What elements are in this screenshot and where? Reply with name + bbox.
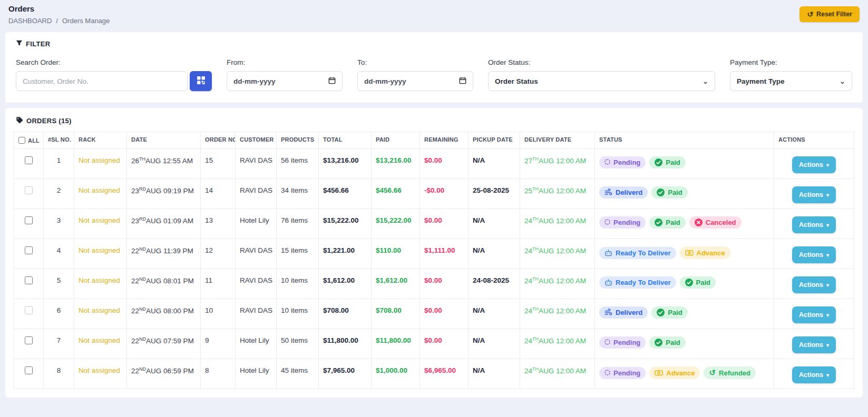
- check-circle-icon: [657, 309, 665, 316]
- refund-icon: ↺: [709, 369, 716, 377]
- rack-cell: Not assigned: [74, 149, 127, 179]
- date-cell: 22NDAUG 06:59 PM: [127, 359, 201, 389]
- header-paid: PAID: [372, 132, 420, 149]
- table-row: 3Not assigned23RDAUG 01:09 AM13Hotel Lil…: [14, 209, 854, 239]
- remaining-cell: -$0.00: [420, 179, 469, 209]
- remaining-cell: $0.00: [420, 329, 469, 359]
- pickup-date-cell: 24-08-2025: [469, 269, 520, 299]
- sl-no-cell: 4: [44, 239, 74, 269]
- paid-cell: $1,612.00: [372, 269, 420, 299]
- from-date-input[interactable]: dd-mm-yyyy: [227, 71, 343, 91]
- pickup-date-cell: 25-08-2025: [469, 179, 520, 209]
- wind-icon: [604, 309, 612, 316]
- actions-button[interactable]: Actions▾: [792, 186, 836, 203]
- select-all-checkbox[interactable]: [18, 136, 25, 144]
- rack-cell: Not assigned: [74, 329, 127, 359]
- paid-cell: $15,222.00: [372, 209, 420, 239]
- date-cell: 22NDAUG 11:39 PM: [127, 239, 201, 269]
- caret-down-icon: ▾: [826, 222, 829, 228]
- actions-button[interactable]: Actions▾: [792, 246, 836, 263]
- header-total: TOTAL: [319, 132, 372, 149]
- pickup-date-cell: N/A: [469, 209, 520, 239]
- spinner-icon: [604, 339, 610, 346]
- actions-button[interactable]: Actions▾: [792, 306, 836, 323]
- actions-cell: Actions▾: [774, 299, 854, 329]
- search-input[interactable]: [16, 71, 188, 91]
- header-products: PRODUCTS: [277, 132, 319, 149]
- remaining-cell: $0.00: [420, 209, 469, 239]
- row-select-cell: [14, 359, 44, 389]
- status-cell: DeliverdPaid: [595, 179, 774, 209]
- table-row: 1Not assigned26THAUG 12:55 AM15RAVI DAS5…: [14, 149, 854, 179]
- status-badge-paid: Paid: [651, 186, 687, 198]
- customer-cell: RAVI DAS: [236, 239, 277, 269]
- status-badge-advance: Advance: [680, 246, 730, 259]
- pickup-date-cell: N/A: [469, 299, 520, 329]
- status-badge-paid: Paid: [649, 216, 685, 229]
- breadcrumb-separator: /: [56, 17, 58, 25]
- date-cell: 23RDAUG 09:19 PM: [127, 179, 201, 209]
- table-row: 6Not assigned22NDAUG 08:00 PM10RAVI DAS1…: [14, 299, 854, 329]
- order-no-cell: 13: [201, 209, 236, 239]
- rack-cell: Not assigned: [74, 359, 127, 389]
- order-no-cell: 11: [201, 269, 236, 299]
- row-checkbox[interactable]: [25, 216, 33, 224]
- delivery-date-cell: 24THAUG 12:00 AM: [520, 239, 595, 269]
- total-cell: $708.00: [319, 299, 372, 329]
- breadcrumb-dashboard[interactable]: DASHBOARD: [8, 17, 52, 25]
- tag-icon: [16, 116, 23, 125]
- reset-filter-button[interactable]: ↺ Reset Filter: [799, 6, 860, 22]
- delivery-date-cell: 24THAUG 12:00 AM: [520, 359, 595, 389]
- row-checkbox[interactable]: [25, 366, 33, 374]
- order-status-select[interactable]: Order Status ⌄: [488, 71, 715, 91]
- customer-cell: Hotel Lily: [236, 209, 277, 239]
- actions-button[interactable]: Actions▾: [792, 276, 836, 293]
- filter-fields: Search Order: From: dd-mm-yyyy To:: [16, 58, 852, 91]
- order-status-label: Order Status:: [488, 58, 715, 66]
- paid-cell: $13,216.00: [372, 149, 420, 179]
- payment-type-select[interactable]: Payment Type ⌄: [730, 71, 852, 91]
- delivery-date-cell: 24THAUG 12:00 AM: [520, 269, 595, 299]
- products-cell: 50 items: [277, 329, 319, 359]
- payment-type-group: Payment Type: Payment Type ⌄: [730, 58, 852, 91]
- sl-no-cell: 7: [44, 329, 74, 359]
- actions-button[interactable]: Actions▾: [792, 216, 836, 233]
- sl-no-cell: 6: [44, 299, 74, 329]
- chevron-down-icon: ⌄: [840, 77, 845, 85]
- reset-filter-label: Reset Filter: [816, 11, 852, 18]
- caret-down-icon: ▾: [826, 342, 829, 348]
- table-row: 5Not assigned22NDAUG 08:01 PM11RAVI DAS1…: [14, 269, 854, 299]
- status-badge-deliverd: Deliverd: [599, 186, 648, 198]
- sl-no-cell: 3: [44, 209, 74, 239]
- breadcrumb-current: Orders Manage: [62, 17, 110, 25]
- caret-down-icon: ▾: [826, 312, 829, 318]
- filter-panel: FILTER Search Order: From: dd-mm-yyyy: [5, 32, 863, 103]
- customer-cell: Hotel Lily: [236, 329, 277, 359]
- actions-button[interactable]: Actions▾: [792, 336, 836, 353]
- chevron-down-icon: ⌄: [703, 77, 708, 85]
- calendar-icon[interactable]: [328, 77, 336, 86]
- status-cell: PendingPaid: [595, 329, 774, 359]
- delivery-date-cell: 27THAUG 12:00 AM: [520, 149, 595, 179]
- table-row: 8Not assigned22NDAUG 06:59 PM8Hotel Lily…: [14, 359, 854, 389]
- total-cell: $1,221.00: [319, 239, 372, 269]
- row-checkbox[interactable]: [25, 156, 33, 164]
- products-cell: 45 items: [277, 359, 319, 389]
- qr-scan-button[interactable]: [190, 71, 212, 91]
- order-no-cell: 15: [201, 149, 236, 179]
- table-header-row: ALL #SL NO. RACK DATE ORDER NO. CUSTOMER…: [14, 132, 854, 149]
- row-checkbox[interactable]: [25, 186, 33, 194]
- actions-button[interactable]: Actions▾: [792, 366, 836, 383]
- status-cell: PendingPaidCanceled: [595, 209, 774, 239]
- calendar-icon[interactable]: [459, 77, 466, 86]
- row-checkbox[interactable]: [25, 246, 33, 254]
- order-no-cell: 10: [201, 299, 236, 329]
- row-checkbox[interactable]: [25, 336, 33, 344]
- order-no-cell: 14: [201, 179, 236, 209]
- search-label: Search Order:: [16, 58, 212, 66]
- total-cell: $1,612.00: [319, 269, 372, 299]
- actions-button[interactable]: Actions▾: [792, 156, 836, 173]
- row-checkbox[interactable]: [25, 276, 33, 284]
- to-date-input[interactable]: dd-mm-yyyy: [357, 71, 473, 91]
- row-checkbox[interactable]: [25, 306, 33, 314]
